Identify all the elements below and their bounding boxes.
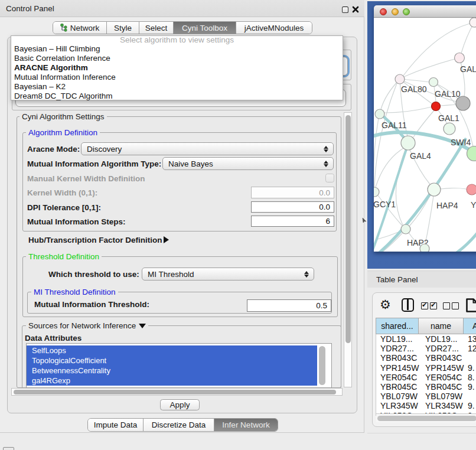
expand-arrow-icon[interactable] [164,236,169,243]
node-gcy1[interactable] [374,187,379,197]
algorithm-dropdown-prompt: Select algorithm to view settings [11,36,343,44]
node-hap2[interactable] [401,224,410,234]
attributes-list-scrollbar[interactable] [319,346,325,385]
node-bot[interactable] [420,244,429,252]
table-horizontal-scrollbar-thumb[interactable] [377,416,476,421]
dpi-tolerance-value: 0.0 [319,203,330,211]
table-cell: YER054C [376,373,419,382]
algorithm-option[interactable]: Basic Correlation Inference [11,54,343,63]
settings-vertical-scrollbar-thumb[interactable] [345,115,351,343]
combo-arrows-icon [304,271,309,278]
node-pink[interactable] [467,184,476,195]
kernel-width-field[interactable]: 0.0 [251,187,334,198]
table-cell [464,392,476,401]
algorithm-option[interactable]: Mutual Information Inference [11,73,343,82]
select-all-icon[interactable] [421,302,437,309]
algorithm-definition-title: Algorithm Definition [26,128,100,137]
dpi-tolerance-field[interactable]: 0.0 [251,201,334,213]
node-table: shared...nameA YDL19...YDL19...13YDR27..… [376,318,476,422]
table-cell: YBR045C [376,382,419,392]
table-row[interactable]: YDL19...YDL19...13 [376,334,476,344]
control-panel-tabs: Network Style Select Cyni Toolbox jActiv… [53,21,312,34]
aracne-mode-combobox[interactable]: Discovery [81,142,334,155]
table-row[interactable]: YLR345WYLR345W9. [376,401,476,410]
data-attributes-list[interactable]: SelfLoopsTopologicalCoefficientBetweenne… [26,343,332,388]
table-column-header[interactable]: shared... [376,318,419,334]
columns-icon[interactable] [402,298,414,312]
aracne-mode-label: Aracne Mode: [27,145,80,154]
node-gal1[interactable] [432,102,441,111]
table-cell: YBR043C [376,353,419,363]
tab-infer-network[interactable]: Infer Network [214,419,278,431]
settings-vertical-scrollbar[interactable] [344,112,352,387]
algorithm-option[interactable]: Dream8 DC_TDC Algorithm [11,92,343,101]
gear-icon[interactable]: ⚙ [380,298,391,312]
control-panel-titlebar: Control Panel [0,0,364,17]
tab-style[interactable]: Style [107,22,139,34]
attribute-list-item[interactable]: SelfLoops [27,345,317,356]
algorithm-option[interactable]: ARACNE Algorithm [11,63,343,73]
network-edge [396,150,405,225]
settings-horizontal-scrollbar-thumb[interactable] [14,390,336,394]
close-icon[interactable] [352,6,359,13]
node-top[interactable] [470,18,476,27]
tab-cyni-toolbox[interactable]: Cyni Toolbox [174,22,236,34]
node-hap4[interactable] [428,183,441,196]
algorithm-dropdown-popup: Select algorithm to view settings Bayesi… [11,35,343,100]
node-gal4[interactable] [401,136,415,150]
table-row[interactable]: YER054CYER054C8. [376,373,476,382]
node-swi4[interactable] [444,123,455,135]
which-threshold-combobox[interactable]: MI Threshold [142,268,314,281]
table-cell: YDL19... [376,334,419,344]
algorithm-option[interactable]: Bayesian – Hill Climbing [11,44,343,54]
table-row[interactable]: YPR145WYPR145W9. [376,363,476,373]
float-window-icon[interactable] [342,6,348,13]
network-canvas[interactable]: GALGAL80GAL10GAL1GAL11SWI4GAL4GCY1HAP4YH… [374,18,476,252]
attribute-list-item[interactable]: TopologicalCoefficient [27,356,317,366]
node-gal[interactable] [455,53,465,63]
mi-algorithm-type-combobox[interactable]: Naive Bayes [162,157,334,170]
apply-button[interactable]: Apply [160,399,200,410]
table-column-header[interactable]: A [464,318,476,334]
algorithm-option[interactable]: Bayesian – K2 [11,82,343,92]
close-traffic-light-icon[interactable] [380,8,387,15]
network-node-label: GAL [460,64,476,74]
export-table-icon[interactable] [465,298,476,313]
network-edge [441,188,467,190]
deselect-all-icon[interactable] [443,302,459,309]
mi-steps-field[interactable]: 6 [251,216,334,227]
mi-steps-value: 6 [325,217,330,226]
table-row[interactable]: YBR045CYBR045C9. [376,382,476,392]
node-gal80[interactable] [395,74,405,84]
table-column-header[interactable]: name [419,318,464,334]
table-row[interactable]: YBL079WYBL079W [376,392,476,401]
control-panel-window: Control Panel Network Style Select [0,0,364,433]
mi-threshold-field[interactable]: 0.5 [247,299,331,312]
node-gal11[interactable] [375,109,384,119]
table-row[interactable]: YBR043CYBR043C [376,353,476,363]
minimize-traffic-light-icon[interactable] [392,8,399,15]
mi-threshold-value: 0.5 [316,301,327,310]
tab-jactivemnodules[interactable]: jActiveMNodules [236,22,312,34]
zoom-traffic-light-icon[interactable] [403,8,410,15]
attribute-list-item[interactable]: BetweennessCentrality [27,366,317,376]
node-gray[interactable] [456,96,470,110]
table-horizontal-scrollbar[interactable] [376,413,476,422]
mi-threshold-definition-title: MI Threshold Definition [31,288,118,296]
tab-select-label: Select [145,24,168,32]
which-threshold-label: Which threshold to use: [48,270,139,279]
tab-impute-data[interactable]: Impute Data [88,419,144,431]
tab-discretize-data[interactable]: Discretize Data [144,419,214,431]
node-gal10[interactable] [429,78,438,87]
cyni-bottom-tabs: Impute Data Discretize Data Infer Networ… [87,418,278,432]
tab-select[interactable]: Select [139,22,174,34]
table-cell: 9. [464,382,476,392]
kernel-width-label: Kernel Width (0,1): [27,188,97,197]
collapse-arrow-icon[interactable] [139,324,146,328]
settings-horizontal-scrollbar[interactable] [11,388,343,396]
manual-kernel-width-checkbox[interactable] [325,174,334,182]
table-header: shared...nameA [376,318,476,334]
attribute-list-item[interactable]: gal4RGexp [27,376,317,386]
table-row[interactable]: YDR27...YDR27...12 [376,344,476,353]
tab-network[interactable]: Network [53,22,107,34]
